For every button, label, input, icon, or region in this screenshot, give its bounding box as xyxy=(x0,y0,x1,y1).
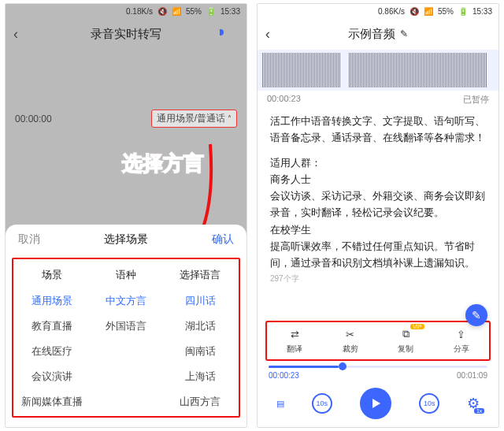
signal-icon: 📶 xyxy=(424,7,433,16)
confirm-button[interactable]: 确认 xyxy=(212,232,234,247)
lang-option[interactable] xyxy=(89,389,163,414)
edit-icon[interactable]: ✎ xyxy=(400,28,408,39)
translate-button[interactable]: ⇄ 翻译 xyxy=(267,322,323,359)
dialect-option[interactable]: 闽南话 xyxy=(163,339,237,364)
scene-option[interactable]: 会议演讲 xyxy=(15,364,89,389)
col-header-dialect: 选择语言 xyxy=(163,264,237,288)
translate-icon: ⇄ xyxy=(287,327,302,341)
dialect-option[interactable]: 四川话 xyxy=(163,288,237,314)
transcript-line: 会议访谈、采访记录、外籍交谈、商务会议即刻录音，实时翻译，轻松记录会议纪要。 xyxy=(270,188,486,222)
record-timer: 00:00:00 xyxy=(15,113,52,124)
controls-row: ▤ 10s 10s ⚙1x xyxy=(258,381,498,427)
copy-button[interactable]: VIP ⧉ 复制 xyxy=(378,322,434,359)
transcript-line: 适用人群： xyxy=(270,155,486,172)
vip-badge: VIP xyxy=(410,324,424,329)
scene-option[interactable]: 通用场景 xyxy=(15,288,89,314)
scene-picker-sheet: 取消 选择场景 确认 场景 语种 选择语言 通用场景 中文方言 四川话 教育直播… xyxy=(6,225,246,427)
rewind-10s-button[interactable]: 10s xyxy=(312,393,332,414)
crop-button[interactable]: ✂ 裁剪 xyxy=(323,322,379,359)
play-button[interactable] xyxy=(360,388,391,419)
scene-option[interactable]: 在线医疗 xyxy=(15,339,89,364)
scene-dropdown-label: 通用场景/普通话 xyxy=(157,112,225,125)
scene-option[interactable]: 新闻媒体直播 xyxy=(15,389,89,414)
dialect-option[interactable]: 山西方言 xyxy=(163,389,237,414)
col-header-scene: 场景 xyxy=(15,264,89,288)
status-bar: 0.86K/s 🔇 📶 55% 🔋 15:33 xyxy=(258,4,498,18)
progress-end: 00:01:09 xyxy=(457,371,487,380)
phone-left: 0.18K/s 🔇 📶 55% 🔋 15:33 ‹ 录音实时转写 00:00:0… xyxy=(5,3,247,428)
transcript-line: 活工作中语音转换文字、文字提取、语句听写、语音备忘录、通话录音、在线翻译等各种需… xyxy=(270,113,486,147)
speed-badge: 1x xyxy=(474,408,484,414)
transcript-area[interactable]: 活工作中语音转换文字、文字提取、语句听写、语音备忘录、通话录音、在线翻译等各种需… xyxy=(258,109,498,318)
callout-label: 选择方言 xyxy=(122,150,204,177)
crop-icon: ✂ xyxy=(343,327,358,341)
word-count: 297个字 xyxy=(270,272,486,285)
play-state: 已暂停 xyxy=(463,94,489,106)
playlist-icon[interactable]: ▤ xyxy=(276,399,284,409)
progress-knob[interactable] xyxy=(339,362,346,370)
progress-bar[interactable]: 00:00:23 00:01:09 xyxy=(258,364,498,381)
waveform[interactable] xyxy=(258,50,498,91)
share-button[interactable]: ⇪ 分享 xyxy=(434,322,490,359)
dialect-option[interactable]: 湖北话 xyxy=(163,314,237,339)
net-speed: 0.18K/s xyxy=(126,7,153,16)
settings-icon[interactable]: ⚙1x xyxy=(467,395,480,412)
page-title: 示例音频 xyxy=(348,27,395,42)
lang-option[interactable] xyxy=(89,364,163,389)
sheet-title: 选择场景 xyxy=(104,232,148,247)
dialect-option[interactable]: 上海话 xyxy=(163,364,237,389)
cancel-button[interactable]: 取消 xyxy=(18,232,40,247)
lang-option[interactable] xyxy=(89,339,163,364)
scene-option[interactable]: 教育直播 xyxy=(15,314,89,339)
back-icon[interactable]: ‹ xyxy=(13,26,18,43)
phone-right: 0.86K/s 🔇 📶 55% 🔋 15:33 ‹ 示例音频 ✎ 00:00:2… xyxy=(257,3,499,428)
forward-10s-button[interactable]: 10s xyxy=(419,393,439,414)
lang-option[interactable]: 中文方言 xyxy=(89,288,163,314)
battery-icon: 🔋 xyxy=(206,7,216,16)
nav-bar: ‹ 示例音频 ✎ xyxy=(258,18,498,50)
scene-dropdown-button[interactable]: 通用场景/普通话 ˄ xyxy=(151,110,237,128)
battery-text: 55% xyxy=(186,7,202,16)
copy-icon: ⧉ xyxy=(398,327,413,341)
progress-current: 00:00:23 xyxy=(269,371,299,380)
back-icon[interactable]: ‹ xyxy=(265,26,270,43)
battery-icon: 🔋 xyxy=(458,7,468,16)
picker-grid: 场景 语种 选择语言 通用场景 中文方言 四川话 教育直播 外国语言 湖北话 在… xyxy=(12,258,240,418)
elapsed-time: 00:00:23 xyxy=(267,94,301,106)
clock: 15:33 xyxy=(220,7,240,16)
battery-text: 55% xyxy=(438,7,454,16)
play-state-row: 00:00:23 已暂停 xyxy=(258,91,498,109)
mute-icon: 🔇 xyxy=(158,7,167,16)
voice-avatar-icon[interactable] xyxy=(221,26,237,42)
transcript-line: 在校学生 xyxy=(270,222,486,239)
chevron-up-icon: ˄ xyxy=(228,114,232,123)
nav-bar: ‹ 录音实时转写 xyxy=(6,18,246,50)
transcript-line: 提高听课效率，不错过任何重点知识。节省时间，通过录音和识别文档填补课上遗漏知识。 xyxy=(270,239,486,273)
col-header-lang: 语种 xyxy=(89,264,163,288)
signal-icon: 📶 xyxy=(172,7,181,16)
transcript-line: 商务人士 xyxy=(270,172,486,188)
net-speed: 0.86K/s xyxy=(378,7,405,16)
share-icon: ⇪ xyxy=(454,327,469,341)
action-row: ⇄ 翻译 ✂ 裁剪 VIP ⧉ 复制 ⇪ 分享 xyxy=(265,321,491,361)
status-bar: 0.18K/s 🔇 📶 55% 🔋 15:33 xyxy=(6,4,246,18)
clock: 15:33 xyxy=(472,7,492,16)
mute-icon: 🔇 xyxy=(410,7,419,16)
timer-row: 00:00:00 通用场景/普通话 ˄ xyxy=(6,105,246,132)
page-title: 录音实时转写 xyxy=(91,27,161,42)
lang-option[interactable]: 外国语言 xyxy=(89,314,163,339)
